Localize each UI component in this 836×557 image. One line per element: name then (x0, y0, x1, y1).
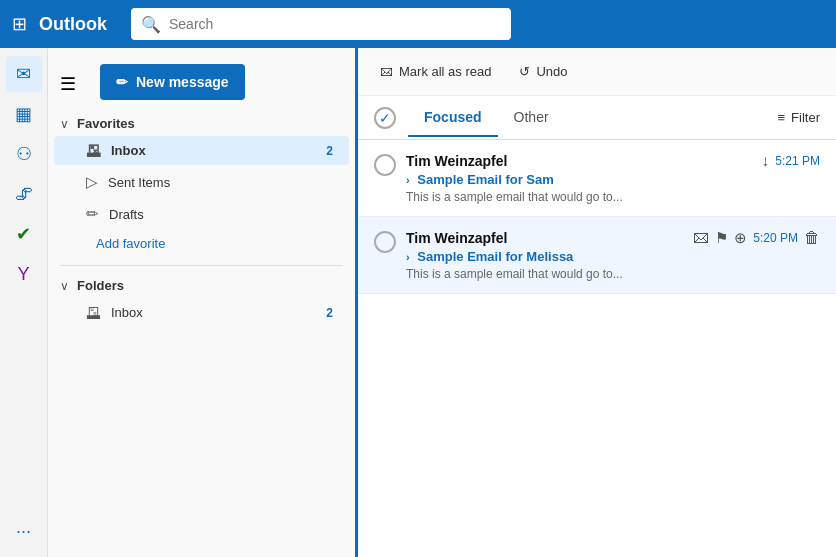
inbox2-item-label: Inbox (111, 305, 143, 320)
toolbar: 🖂 Mark all as read ↺ Undo (358, 48, 836, 96)
content-area: 🖂 Mark all as read ↺ Undo ✓ Focused Othe… (358, 48, 836, 557)
inbox-item-icon: 🗳 (86, 142, 101, 159)
tab-focused[interactable]: Focused (408, 99, 498, 137)
search-input[interactable] (169, 16, 501, 32)
calendar-nav-icon[interactable]: ▦ (6, 96, 42, 132)
folders-header[interactable]: ∨ Folders (48, 274, 355, 297)
grid-icon[interactable]: ⊞ (12, 13, 27, 35)
checkmark-nav-icon[interactable]: ✔ (6, 216, 42, 252)
compose-icon: ✏ (116, 74, 128, 90)
people-nav-icon[interactable]: ⚇ (6, 136, 42, 172)
pin-icon-1[interactable]: ⊕ (734, 229, 747, 247)
app-title: Outlook (39, 14, 107, 35)
sent-item-icon: ▷ (86, 173, 98, 191)
email-time-0: 5:21 PM (775, 154, 820, 168)
chevron-icon-1: › (406, 251, 410, 263)
mail-nav-icon[interactable]: ✉ (6, 56, 42, 92)
sidebar: ☰ ✏ New message ∨ Favorites 🗳 Inbox 2 ▷ … (48, 48, 358, 557)
email-body-0: Tim Weinzapfel ↓ 5:21 PM › Sample Email … (406, 152, 820, 204)
email-item-1[interactable]: Tim Weinzapfel 🖂 ⚑ ⊕ 5:20 PM 🗑 › Sample … (358, 217, 836, 294)
email-header-0: Tim Weinzapfel ↓ 5:21 PM (406, 152, 820, 170)
mark-all-read-button[interactable]: 🖂 Mark all as read (374, 60, 497, 83)
add-favorite-button[interactable]: Add favorite (48, 230, 355, 257)
email-time-1: 5:20 PM (753, 231, 798, 245)
add-favorite-label: Add favorite (96, 236, 165, 251)
layers-nav-icon[interactable]: Y (6, 256, 42, 292)
chevron-down-icon: ∨ (60, 117, 69, 131)
sidebar-item-drafts[interactable]: ✏ Drafts (54, 199, 349, 229)
email-sender-1: Tim Weinzapfel (406, 230, 507, 246)
folders-label: Folders (77, 278, 124, 293)
email-subject-0: › Sample Email for Sam (406, 172, 820, 187)
sidebar-divider (60, 265, 343, 266)
email-list: Tim Weinzapfel ↓ 5:21 PM › Sample Email … (358, 140, 836, 557)
folders-chevron-icon: ∨ (60, 279, 69, 293)
undo-label: Undo (536, 64, 567, 79)
favorites-header[interactable]: ∨ Favorites (48, 112, 355, 135)
hamburger-icon[interactable]: ☰ (56, 65, 80, 103)
search-icon: 🔍 (141, 15, 161, 34)
chevron-icon-0: › (406, 174, 410, 186)
inbox2-badge: 2 (326, 306, 333, 320)
envelope-action-icon-1[interactable]: 🖂 (693, 229, 709, 247)
inbox2-item-icon: 🗳 (86, 304, 101, 321)
sidebar-item-inbox-folders[interactable]: 🗳 Inbox 2 (54, 298, 349, 327)
email-subject-1: › Sample Email for Melissa (406, 249, 820, 264)
select-all-circle[interactable]: ✓ (374, 107, 396, 129)
drafts-item-icon: ✏ (86, 205, 99, 223)
focused-tab-label: Focused (424, 109, 482, 125)
inbox-item-label: Inbox (111, 143, 146, 158)
inbox-badge: 2 (326, 144, 333, 158)
favorites-label: Favorites (77, 116, 135, 131)
email-header-1: Tim Weinzapfel 🖂 ⚑ ⊕ 5:20 PM 🗑 (406, 229, 820, 247)
filter-button[interactable]: ≡ Filter (778, 110, 820, 125)
sent-item-label: Sent Items (108, 175, 170, 190)
other-tab-label: Other (514, 109, 549, 125)
email-preview-1: This is a sample email that would go to.… (406, 267, 820, 281)
sidebar-item-inbox[interactable]: 🗳 Inbox 2 (54, 136, 349, 165)
mark-all-read-label: Mark all as read (399, 64, 491, 79)
more-nav-icon[interactable]: ··· (6, 513, 42, 549)
icon-rail: ✉ ▦ ⚇ 🖇 ✔ Y ··· (0, 48, 48, 557)
email-item-0[interactable]: Tim Weinzapfel ↓ 5:21 PM › Sample Email … (358, 140, 836, 217)
email-preview-0: This is a sample email that would go to.… (406, 190, 820, 204)
filter-label: Filter (791, 110, 820, 125)
email-sender-0: Tim Weinzapfel (406, 153, 507, 169)
email-select-circle-0[interactable] (374, 154, 396, 176)
tab-other[interactable]: Other (498, 99, 565, 137)
trash-icon-1[interactable]: 🗑 (804, 229, 820, 247)
main-layout: ✉ ▦ ⚇ 🖇 ✔ Y ··· ☰ ✏ New message ∨ Favori… (0, 48, 836, 557)
email-body-1: Tim Weinzapfel 🖂 ⚑ ⊕ 5:20 PM 🗑 › Sample … (406, 229, 820, 281)
flag-icon-1[interactable]: ⚑ (715, 229, 728, 247)
paperclip-nav-icon[interactable]: 🖇 (6, 176, 42, 212)
drafts-item-label: Drafts (109, 207, 144, 222)
new-message-label: New message (136, 74, 229, 90)
filter-icon: ≡ (778, 110, 786, 125)
envelope-icon: 🖂 (380, 64, 393, 79)
new-message-button[interactable]: ✏ New message (100, 64, 245, 100)
top-bar: ⊞ Outlook 🔍 (0, 0, 836, 48)
email-select-circle-1[interactable] (374, 231, 396, 253)
undo-button[interactable]: ↺ Undo (513, 60, 573, 83)
search-bar: 🔍 (131, 8, 511, 40)
download-icon-0: ↓ (761, 152, 769, 170)
tabs-row: ✓ Focused Other ≡ Filter (358, 96, 836, 140)
undo-icon: ↺ (519, 64, 530, 79)
sidebar-item-sent[interactable]: ▷ Sent Items (54, 167, 349, 197)
